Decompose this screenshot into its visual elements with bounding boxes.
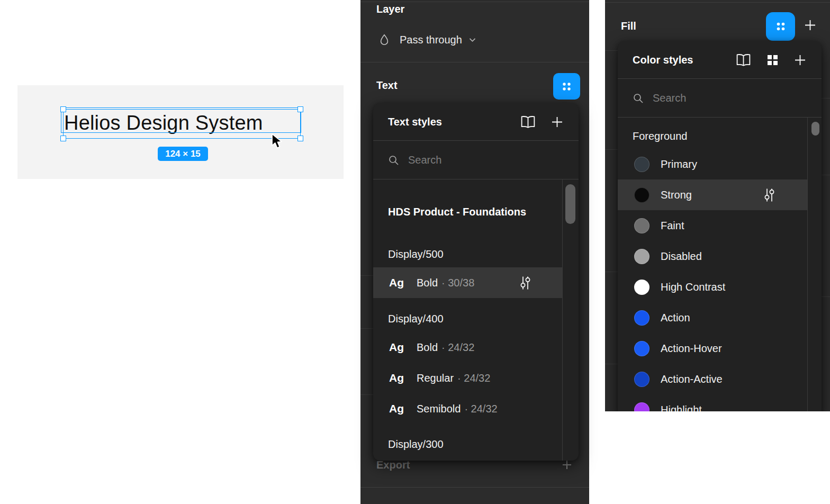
export-add-icon[interactable] [562, 460, 572, 470]
color-style-name: Disabled [661, 250, 702, 263]
color-swatch [634, 310, 649, 326]
style-weight: Bold [417, 277, 438, 289]
text-styles-menu-header: Text styles [373, 103, 579, 140]
hidden-section-divider [822, 98, 830, 98]
search-icon [633, 93, 644, 104]
color-style-name: Action [661, 312, 690, 324]
style-weight: Regular [417, 372, 454, 384]
style-dots-icon [561, 80, 573, 93]
style-meta: · 24/32 [441, 341, 474, 354]
scrollbar-track [562, 179, 563, 461]
panel-top-divider [605, 2, 830, 3]
library-name: HDS Product - Foundations [373, 205, 562, 219]
color-style-name: High Contrast [661, 281, 725, 293]
dimension-badge: 124 × 15 [158, 147, 208, 161]
color-swatch [634, 402, 649, 412]
blend-mode-value: Pass through [400, 34, 462, 46]
color-style-item[interactable]: Primary [618, 149, 807, 179]
hidden-section-divider [822, 175, 830, 175]
color-swatch [634, 249, 649, 264]
color-style-item[interactable]: Action-Hover [618, 333, 807, 364]
style-meta: · 24/32 [457, 372, 490, 384]
color-swatch [634, 218, 649, 233]
add-color-style-icon[interactable] [793, 53, 807, 67]
text-style-group-label: Display/300 [373, 437, 562, 451]
edit-style-button[interactable] [763, 188, 775, 202]
color-styles-menu: Color styles [618, 41, 822, 411]
text-style-item[interactable]: AgSemibold· 24/32 [373, 393, 562, 424]
selection-handle-bottom-left[interactable] [60, 136, 66, 141]
text-styles-search-row [373, 141, 579, 179]
hidden-section-divider [360, 328, 373, 329]
text-styles-search-input[interactable] [407, 154, 526, 167]
color-styles-search-input[interactable] [652, 92, 770, 105]
scrollbar-thumb[interactable] [565, 184, 575, 224]
canvas-area[interactable]: Helios Design System 124 × 15 [17, 85, 344, 179]
color-style-item[interactable]: Action-Active [618, 364, 807, 394]
text-style-item[interactable]: AgBold· 30/38 [373, 267, 562, 298]
style-meta: · 24/32 [464, 403, 497, 415]
blend-mode-select[interactable]: Pass through [400, 34, 476, 46]
add-text-style-icon[interactable] [551, 115, 564, 129]
export-section-title: Export [376, 459, 410, 471]
color-styles-menu-header: Color styles [618, 41, 822, 78]
fill-section-title: Fill [621, 20, 636, 32]
edit-style-button[interactable] [519, 276, 531, 290]
color-style-item[interactable]: Faint [618, 210, 807, 241]
chevron-down-icon [469, 38, 476, 42]
color-styles-toggle-button[interactable] [766, 12, 795, 41]
color-swatch [634, 372, 649, 387]
section-divider [360, 487, 589, 488]
scrollbar-track [807, 118, 808, 411]
hidden-section-divider [605, 272, 618, 272]
color-style-item[interactable]: Highlight [618, 394, 807, 411]
add-fill-icon[interactable] [804, 19, 817, 32]
text-section-title: Text [376, 79, 398, 92]
grid-view-icon[interactable] [766, 54, 779, 66]
selection-handle-top-right[interactable] [297, 106, 303, 112]
color-style-item[interactable]: Action [618, 302, 807, 333]
hidden-section-divider [605, 50, 618, 51]
style-dots-icon [774, 20, 787, 33]
hidden-section-divider [605, 364, 618, 364]
menu-divider [618, 117, 822, 118]
text-style-item[interactable]: AgRegular· 24/32 [373, 363, 562, 393]
color-styles-menu-title: Color styles [633, 54, 735, 66]
hidden-section-divider [360, 394, 373, 395]
scrollbar-thumb[interactable] [811, 122, 819, 136]
color-swatch [634, 280, 649, 295]
selection-handle-top-left[interactable] [60, 106, 66, 112]
sliders-adjust-icon [519, 276, 531, 290]
text-styles-menu: Text styles HDS Pr [373, 103, 579, 461]
style-weight: Bold [417, 341, 438, 354]
selection-handle-bottom-right[interactable] [297, 136, 303, 141]
style-sample: Ag [389, 372, 409, 384]
color-swatch [634, 341, 649, 356]
style-sample: Ag [389, 402, 409, 415]
color-style-item[interactable]: Disabled [618, 241, 807, 272]
color-style-name: Action-Hover [661, 343, 722, 355]
color-style-name: Primary [661, 158, 697, 170]
color-style-item[interactable]: High Contrast [618, 272, 807, 302]
style-sample: Ag [389, 341, 409, 354]
hidden-section-divider [605, 149, 618, 150]
text-styles-toggle-button[interactable] [553, 73, 580, 100]
hidden-section-divider [360, 275, 373, 276]
color-style-name: Strong [661, 189, 692, 201]
color-styles-search-row [618, 79, 822, 117]
search-icon [388, 155, 399, 166]
color-swatch [634, 157, 649, 172]
sliders-adjust-icon [763, 188, 775, 202]
library-book-icon[interactable] [735, 53, 752, 67]
text-style-item[interactable]: AgBold· 24/32 [373, 332, 562, 363]
panel-top-divider [360, 2, 589, 2]
library-book-icon[interactable] [520, 115, 536, 129]
hidden-section-divider [822, 296, 830, 297]
figma-screenshot: Helios Design System 124 × 15 Layer Pass… [0, 0, 830, 504]
layer-section-title: Layer [376, 3, 404, 15]
color-style-item[interactable]: Strong [618, 179, 807, 210]
blend-droplet-icon [380, 34, 389, 46]
color-group-label: Foreground [618, 129, 807, 143]
properties-panel: Layer Pass through 100% Text [360, 0, 589, 504]
color-swatch [634, 187, 649, 203]
